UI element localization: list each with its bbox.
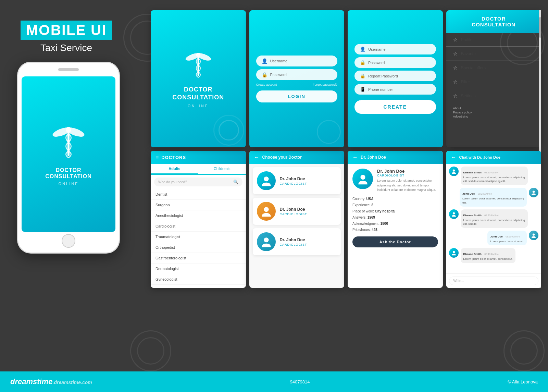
create-account-link[interactable]: Create account	[256, 83, 277, 86]
doctor-spec-3: CARDIOLOGIST	[280, 243, 307, 246]
hamburger-icon[interactable]: ≡	[155, 154, 159, 160]
chat-input[interactable]: Write...	[449, 277, 539, 285]
doctor-card-info-3: Dr. John Doe CARDIOLOGIST	[280, 237, 307, 246]
ask-doctor-button[interactable]: Ask the Doctor	[352, 236, 438, 247]
back-icon[interactable]: ←	[254, 154, 260, 160]
country-label: Country:	[352, 197, 365, 201]
login-button[interactable]: LOGIN	[256, 90, 338, 102]
password-label: Password	[270, 73, 287, 77]
screens-container: DOCTOR CONSULTATION ONLINE 👤 Username 🔒 …	[151, 10, 541, 288]
scrollbar-thumb[interactable]	[539, 17, 541, 38]
password-field[interactable]: 🔒 Password	[256, 69, 338, 80]
chat-bubble-5: Dheana Smith 08:40 AM 0:4 Lorem ipsum do…	[461, 248, 515, 263]
reg-username-field[interactable]: 👤 Username	[354, 44, 436, 54]
msg-time-1: 08:20 AM 0:4	[484, 171, 498, 174]
profile-details: Country: USA Experience: 8 Place of work…	[352, 196, 438, 233]
svg-point-3	[66, 127, 71, 133]
chat-input-area: Write...	[446, 273, 541, 288]
menu-item-profile[interactable]: ☆ Profile	[446, 33, 541, 47]
caduceus-splash	[185, 50, 212, 81]
svg-point-10	[264, 237, 269, 242]
reg-password-field[interactable]: 🔒 Password	[354, 57, 436, 68]
svg-point-11	[360, 175, 365, 180]
screen-login: 👤 Username 🔒 Password Create account For…	[249, 10, 345, 147]
screen-choose-doctor: ← Choose your Doctor Dr. John Doe CARDIO…	[249, 151, 345, 288]
profile-avatar	[352, 169, 373, 189]
doctor-card-2[interactable]: Dr. John Doe CARDIOLOGIST	[253, 198, 341, 225]
username-field[interactable]: 👤 Username	[256, 56, 338, 66]
chat-title: Chat with Dr. John Doe	[459, 155, 500, 159]
scrollbar-track[interactable]	[539, 10, 541, 147]
create-button[interactable]: CREATE	[354, 100, 436, 114]
menu-item-favorite[interactable]: ☆ Favorite	[446, 47, 541, 61]
list-item[interactable]: Orthopedist	[151, 242, 246, 253]
menu-item-label: Profile	[461, 37, 473, 42]
forgot-password-link[interactable]: Forgot password?	[313, 83, 337, 86]
list-item[interactable]: Gynecologist	[151, 274, 246, 285]
menu-title-line1: DOCTOR CONSULTATION	[452, 16, 536, 27]
lock-icon: 🔒	[262, 72, 267, 77]
doctor-avatar-1	[257, 171, 276, 190]
profile-doctor-name: Dr. John Doe	[377, 169, 438, 174]
msg-time-5: 08:40 AM 0:4	[484, 253, 498, 255]
chat-avatar-3	[449, 209, 459, 219]
menu-item-offers[interactable]: ☆ Special offers	[446, 61, 541, 75]
list-item[interactable]: Urologist	[151, 285, 246, 288]
msg-text-3: Lorem ipsum dolor sit amet, consectetur …	[463, 218, 525, 226]
back-icon-profile[interactable]: ←	[352, 154, 358, 160]
dreamstime-author: © Alla Leonova	[508, 379, 538, 384]
app-subtitle: Taxi Service	[21, 42, 112, 53]
list-item[interactable]: Surgeon	[151, 200, 246, 210]
profile-name-area: Dr. John Doe CARDIOLOGIST Lorem ipsum do…	[377, 169, 438, 193]
screen-doctor-profile: ← Dr. John Doe Dr. John Doe CARDIOLOGIST…	[348, 151, 443, 288]
back-icon-chat[interactable]: ←	[451, 154, 457, 160]
reg-password-label: Password	[368, 61, 385, 65]
menu-item-filter[interactable]: ☆ Filter	[446, 75, 541, 89]
list-item[interactable]: Anesthesiologist	[151, 210, 246, 221]
title-area: MOBILE UI Taxi Service	[21, 21, 112, 53]
experience-label: Experience:	[352, 203, 371, 207]
phone-mockup: DOCTOR CONSULTATION ONLINE	[14, 62, 123, 260]
reg-repeat-label: Repeat Password	[368, 74, 398, 78]
user-icon: 👤	[262, 58, 267, 64]
menu-about[interactable]: About	[453, 107, 535, 110]
menu-privacy[interactable]: Privacy policy	[453, 111, 535, 114]
phone-app-name: DOCTOR CONSULTATION	[45, 167, 92, 180]
search-placeholder: Who do you need?	[158, 180, 187, 184]
doctors-title: DOCTORS	[161, 155, 186, 160]
chat-message-3: Dheana Smith 08:30 AM 0:4 Lorem ipsum do…	[449, 209, 539, 228]
chat-avatar-1	[449, 167, 459, 176]
reg-phone-field[interactable]: 📱 Phone number	[354, 84, 436, 95]
svg-point-7	[196, 53, 200, 57]
menu-item-label: Filter	[461, 79, 470, 84]
doctor-card-3[interactable]: Dr. John Doe CARDIOLOGIST	[253, 228, 341, 255]
tab-children[interactable]: Children's	[198, 164, 246, 174]
list-item[interactable]: Dermatologist	[151, 264, 246, 274]
search-icon[interactable]: 🔍	[233, 180, 238, 184]
chat-message-2: John Doe 08:25 AM 0:4 Lorem ipsum dolor …	[449, 188, 539, 206]
doctor-card-1[interactable]: Dr. John Doe CARDIOLOGIST	[253, 167, 341, 194]
username-label: Username	[270, 59, 288, 63]
svg-point-12	[452, 169, 454, 171]
menu-item-settings[interactable]: ☆ Settings	[446, 89, 541, 103]
list-item[interactable]: Traumatologist	[151, 232, 246, 242]
msg-text-1: Lorem ipsum dolor sit amet, consectetur …	[463, 175, 525, 183]
menu-advertising[interactable]: Advertising	[453, 115, 535, 118]
svg-point-14	[452, 212, 454, 214]
list-item[interactable]: Cardiologist	[151, 221, 246, 232]
tab-adults[interactable]: Adults	[151, 164, 198, 174]
choose-header: ← Choose your Doctor	[249, 151, 345, 164]
doctors-list: Dentist Surgeon Anesthesiologist Cardiol…	[151, 189, 246, 288]
list-item[interactable]: Gastroenterologist	[151, 253, 246, 264]
reg-repeat-field[interactable]: 🔒 Repeat Password	[354, 71, 436, 81]
phone-screen: DOCTOR CONSULTATION ONLINE	[22, 76, 115, 232]
star-icon-offers: ☆	[453, 65, 458, 71]
list-item[interactable]: Dentist	[151, 189, 246, 200]
chat-message-1: Dheana Smith 08:20 AM 0:4 Lorem ipsum do…	[449, 167, 539, 185]
phone-home-button[interactable]	[62, 234, 75, 248]
doctor-name-3: Dr. John Doe	[280, 237, 307, 242]
doctor-card-info-1: Dr. John Doe CARDIOLOGIST	[280, 176, 307, 185]
chat-bubble-4: John Doe 08:35 AM 0:4 Lorem ipsum dolor …	[487, 231, 527, 245]
msg-sender-2: John Doe	[462, 192, 475, 195]
doctors-search[interactable]: Who do you need? 🔍	[154, 177, 242, 186]
